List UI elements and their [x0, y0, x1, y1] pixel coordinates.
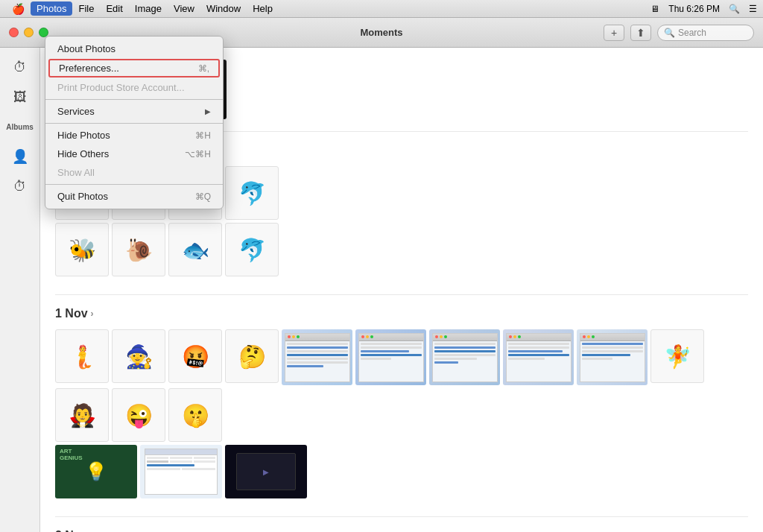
menubar-edit[interactable]: Edit	[100, 1, 128, 16]
photo-thumb-think[interactable]: 🤔	[225, 329, 279, 383]
nov1-row2: 💡 ARTGENIUS	[55, 445, 748, 498]
photo-dark-laptop[interactable]: ▶	[225, 445, 307, 498]
menu-icon[interactable]: ☰	[749, 4, 757, 14]
places-icon: ⏱	[13, 179, 27, 194]
sidebar-item-people[interactable]: 👤	[7, 143, 34, 170]
photo-thumb-bee2[interactable]: 🐝	[55, 223, 109, 276]
photo-thumb-shush[interactable]: 🤫	[168, 388, 222, 442]
nov1-photos: 🧜 🧙 🤬 🤔	[55, 329, 748, 442]
photo-thumb-mermaid[interactable]: 🧜	[55, 329, 109, 383]
screenshot-thumb-4[interactable]	[503, 329, 574, 385]
menubar-window[interactable]: Window	[200, 1, 247, 16]
albums-label: Albums	[6, 123, 34, 131]
sidebar: ⏱ 🖼 Albums 👤 ⏱	[0, 48, 40, 532]
photo-thumb-tongue[interactable]: 😜	[112, 388, 165, 442]
photos-dropdown-menu: About Photos Preferences... ⌘, Print Pro…	[45, 36, 224, 209]
menu-item-print: Print Product Store Account...	[45, 78, 223, 97]
apple-menu[interactable]: 🍎	[6, 1, 31, 16]
menu-item-hide-others[interactable]: Hide Others ⌥⌘H	[45, 145, 223, 163]
hide-others-shortcut: ⌥⌘H	[185, 149, 211, 159]
menubar: 🍎 Photos File Edit Image View Window Hel…	[0, 0, 763, 18]
menubar-file[interactable]: File	[72, 1, 100, 16]
screenshot-thumb-2[interactable]	[355, 329, 426, 385]
screenshot-thumb-5[interactable]	[577, 329, 648, 385]
photo-thumb-dolphin1[interactable]: 🐬	[225, 166, 279, 220]
minimize-button[interactable]	[24, 28, 34, 37]
monitor-icon: 🖥	[650, 4, 659, 14]
menubar-left: 🍎 Photos File Edit Image View Window Hel…	[6, 1, 279, 16]
photo-icon: 🖼	[13, 89, 27, 105]
menubar-right: 🖥 Thu 6:26 PM 🔍 ☰	[650, 4, 757, 14]
menu-separator-1	[45, 99, 223, 100]
add-button[interactable]: +	[604, 25, 624, 41]
photo-thumb-wizard[interactable]: 🧙	[112, 329, 165, 383]
photo-thumb-snail2[interactable]: 🐌	[112, 223, 165, 276]
main-window: Moments + ⬆ 🔍 Search ⏱ 🖼 Albums 👤	[0, 18, 763, 532]
photo-thumb-angry[interactable]: 🤬	[168, 329, 222, 383]
screenshot-thumb-1[interactable]	[282, 329, 352, 385]
menubar-view[interactable]: View	[168, 1, 200, 16]
sidebar-item-albums[interactable]: Albums	[7, 113, 34, 140]
oct31-row2: 🐝 🐌 🐟 🐬	[55, 223, 748, 276]
screenshot-thumb-3[interactable]	[429, 329, 500, 385]
photo-thumb-vampire[interactable]: 🧛	[55, 388, 109, 442]
section-nov2: 2 Nov ›	[55, 529, 748, 532]
search-box[interactable]: 🔍 Search	[657, 25, 754, 41]
search-placeholder: Search	[678, 28, 706, 38]
menu-separator-3	[45, 184, 223, 185]
photo-thumb-fish2[interactable]: 🐟	[168, 223, 222, 276]
menu-item-quit[interactable]: Quit Photos ⌘Q	[45, 187, 223, 206]
menu-separator-2	[45, 123, 223, 124]
titlebar-right: + ⬆ 🔍 Search	[604, 25, 754, 41]
menubar-help[interactable]: Help	[247, 1, 279, 16]
date-header-nov1[interactable]: 1 Nov ›	[55, 307, 748, 320]
menu-item-hide-photos[interactable]: Hide Photos ⌘H	[45, 126, 223, 145]
section-nov1: 1 Nov › 🧜 🧙 🤬 🤔	[55, 307, 748, 498]
menubar-photos[interactable]: Photos	[31, 1, 72, 16]
menu-item-show-all: Show All	[45, 163, 223, 182]
photo-spreadsheet[interactable]	[140, 445, 222, 498]
menu-item-preferences[interactable]: Preferences... ⌘,	[48, 59, 220, 77]
sidebar-item-places[interactable]: ⏱	[7, 173, 34, 200]
people-icon: 👤	[12, 148, 28, 165]
date-label-nov2: 2 Nov	[55, 529, 88, 532]
date-header-nov2[interactable]: 2 Nov ›	[55, 529, 748, 532]
quit-shortcut: ⌘Q	[195, 191, 211, 202]
hide-photos-shortcut: ⌘H	[195, 130, 211, 141]
photo-thumb-fairy[interactable]: 🧚	[650, 329, 704, 383]
section-divider-2	[55, 294, 748, 295]
search-icon-menubar[interactable]: 🔍	[729, 4, 740, 14]
chevron-icon-nov1: ›	[91, 308, 94, 319]
section-divider-3	[55, 516, 748, 517]
window-title: Moments	[360, 27, 402, 38]
date-label-nov1: 1 Nov	[55, 307, 88, 320]
traffic-lights	[9, 28, 48, 37]
sidebar-item-photos[interactable]: 🖼	[7, 83, 34, 110]
close-button[interactable]	[9, 28, 19, 37]
photo-thumb-dolphin2[interactable]: 🐬	[225, 223, 279, 276]
clock-icon: ⏱	[13, 60, 27, 75]
preferences-shortcut: ⌘,	[198, 63, 209, 74]
menubar-time: Thu 6:26 PM	[668, 4, 720, 14]
sidebar-item-moments[interactable]: ⏱	[7, 54, 34, 80]
menu-item-services[interactable]: Services	[45, 102, 223, 121]
search-icon: 🔍	[664, 28, 675, 38]
menubar-image[interactable]: Image	[129, 1, 168, 16]
share-button[interactable]: ⬆	[630, 25, 651, 41]
photo-genius[interactable]: 💡 ARTGENIUS	[55, 445, 137, 498]
menu-item-about[interactable]: About Photos	[45, 39, 223, 58]
